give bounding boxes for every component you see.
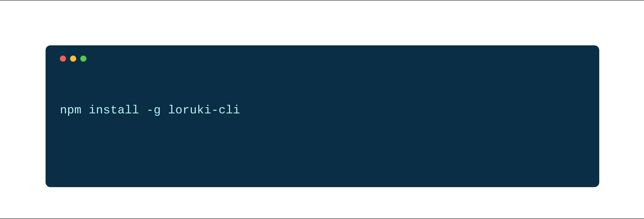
minimize-icon[interactable] <box>70 56 76 62</box>
terminal-window: npm install -g loruki-cli <box>46 45 599 187</box>
terminal-content: npm install -g loruki-cli <box>60 104 585 117</box>
command-text: npm install -g loruki-cli <box>60 104 585 117</box>
close-icon[interactable] <box>60 56 66 62</box>
maximize-icon[interactable] <box>80 56 86 62</box>
window-controls <box>60 56 585 62</box>
